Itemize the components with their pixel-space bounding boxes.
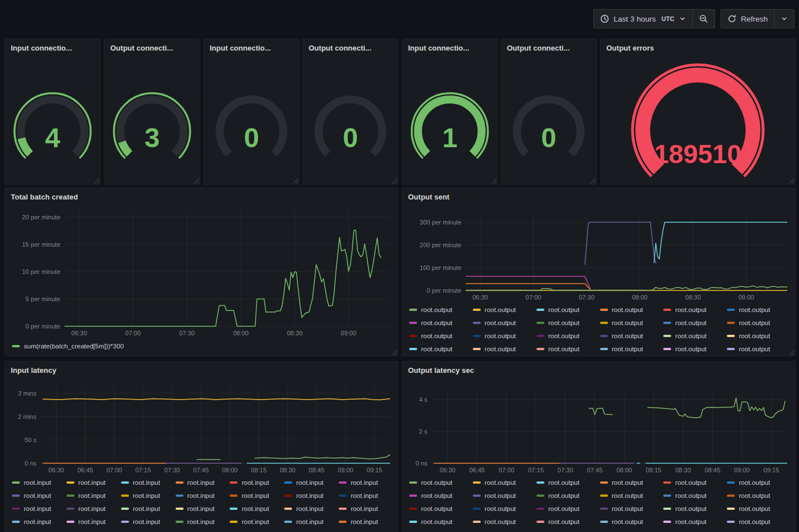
- legend-item[interactable]: root.output: [536, 316, 600, 329]
- legend-item[interactable]: root.output: [663, 502, 727, 515]
- panel-title[interactable]: Input latency: [5, 361, 398, 379]
- legend-item[interactable]: root.output: [409, 316, 473, 329]
- legend-item[interactable]: root.output: [409, 502, 473, 515]
- plot-area[interactable]: 0 ns2 s4 s06:3006:4507:0007:1507:3007:45…: [407, 379, 790, 476]
- plot-area[interactable]: 0 per minute5 per minute10 per minute15 …: [10, 205, 393, 339]
- legend-item[interactable]: root.output: [727, 342, 790, 355]
- legend-item[interactable]: root.output: [536, 489, 600, 502]
- legend-item[interactable]: root.input: [176, 515, 230, 528]
- legend-item[interactable]: root.output: [600, 316, 664, 329]
- plot-area[interactable]: 0 ns50 s2 mins3 mins06:3006:4507:0007:15…: [10, 379, 393, 476]
- legend-item[interactable]: root.output: [473, 489, 536, 502]
- legend-item[interactable]: root.output: [663, 489, 727, 502]
- panel-title[interactable]: Output sent: [402, 188, 795, 205]
- legend-item[interactable]: root.output: [473, 342, 536, 355]
- legend-series-dash: [284, 508, 292, 510]
- legend-item[interactable]: root.output: [600, 303, 664, 316]
- legend-item[interactable]: sum(rate(batch_created[5m]))*300: [12, 339, 393, 354]
- legend-item[interactable]: root.output: [473, 303, 536, 316]
- legend-item[interactable]: root.output: [663, 515, 727, 528]
- legend-item[interactable]: root.output: [727, 515, 790, 528]
- legend-item[interactable]: root.output: [473, 515, 536, 528]
- legend-item[interactable]: root.output: [473, 476, 536, 489]
- legend-item[interactable]: root.output: [409, 489, 473, 502]
- refresh-interval-button[interactable]: [774, 10, 794, 28]
- legend-item[interactable]: root.input: [121, 502, 176, 515]
- panel-title[interactable]: Output latency sec: [402, 361, 795, 379]
- legend-item[interactable]: root.input: [230, 502, 284, 515]
- legend-series-dash: [727, 348, 735, 350]
- legend-item[interactable]: root.input: [12, 515, 66, 528]
- legend-item[interactable]: root.input: [176, 476, 230, 489]
- legend-item[interactable]: root.output: [536, 342, 600, 355]
- legend-item[interactable]: root.input: [121, 489, 176, 502]
- legend-item[interactable]: root.input: [66, 515, 121, 528]
- legend-item[interactable]: root.input: [12, 476, 66, 489]
- legend-item[interactable]: root.output: [409, 329, 473, 342]
- legend-item[interactable]: root.output: [409, 342, 473, 355]
- legend-item[interactable]: root.output: [536, 515, 600, 528]
- legend-item[interactable]: root.output: [600, 515, 664, 528]
- legend-item[interactable]: root.output: [727, 303, 790, 316]
- legend-item[interactable]: root.output: [473, 316, 536, 329]
- gauge: 189510: [605, 55, 790, 181]
- legend-item[interactable]: root.output: [536, 303, 600, 316]
- legend-item[interactable]: root.output: [600, 329, 664, 342]
- legend-item[interactable]: root.output: [600, 502, 664, 515]
- plot-area[interactable]: 0 per minute100 per minute200 per minute…: [407, 205, 790, 303]
- legend-item[interactable]: root.output: [409, 515, 473, 528]
- legend-item[interactable]: root.output: [727, 489, 790, 502]
- panel-title[interactable]: Output errors: [601, 39, 795, 56]
- panel-title[interactable]: Total batch created: [5, 188, 398, 205]
- legend-item[interactable]: root.output: [600, 342, 664, 355]
- legend-item[interactable]: root.input: [339, 515, 393, 528]
- legend-item[interactable]: root.output: [409, 476, 473, 489]
- legend-item[interactable]: root.output: [727, 502, 790, 515]
- legend-item[interactable]: root.input: [230, 489, 284, 502]
- legend-item[interactable]: root.output: [473, 329, 536, 342]
- panel-title[interactable]: Input connectio...: [402, 39, 497, 56]
- legend-item[interactable]: root.output: [600, 476, 664, 489]
- legend-item[interactable]: root.input: [12, 489, 66, 502]
- legend-item[interactable]: root.input: [121, 476, 176, 489]
- legend-item[interactable]: root.input: [230, 515, 284, 528]
- legend-item[interactable]: root.input: [176, 489, 230, 502]
- legend-item[interactable]: root.input: [339, 502, 393, 515]
- legend-item[interactable]: root.output: [727, 476, 790, 489]
- legend-item[interactable]: root.output: [663, 342, 727, 355]
- legend-item[interactable]: root.input: [284, 502, 339, 515]
- legend-item[interactable]: root.input: [121, 515, 176, 528]
- legend-item[interactable]: root.input: [284, 476, 339, 489]
- legend-item[interactable]: root.output: [536, 329, 600, 342]
- panel-title[interactable]: Output connecti...: [105, 39, 199, 56]
- legend-item[interactable]: root.input: [339, 476, 393, 489]
- panel-title[interactable]: Input connectio...: [204, 39, 299, 56]
- legend-item[interactable]: root.input: [339, 489, 393, 502]
- legend-item[interactable]: root.output: [536, 476, 600, 489]
- legend-item[interactable]: root.input: [66, 489, 121, 502]
- panel-title[interactable]: Input connectio...: [5, 39, 100, 56]
- legend-item[interactable]: root.input: [230, 476, 284, 489]
- legend-item[interactable]: root.input: [66, 476, 121, 489]
- legend-item[interactable]: root.output: [600, 489, 664, 502]
- legend-item[interactable]: root.input: [284, 515, 339, 528]
- legend-item[interactable]: root.output: [727, 329, 790, 342]
- legend-item[interactable]: root.output: [536, 502, 600, 515]
- time-range-button[interactable]: Last 3 hours UTC: [594, 10, 692, 28]
- refresh-button[interactable]: Refresh: [721, 10, 774, 28]
- legend-item[interactable]: root.input: [12, 502, 66, 515]
- legend-item[interactable]: root.output: [409, 303, 473, 316]
- panel-title[interactable]: Output connecti...: [303, 39, 398, 56]
- legend-item[interactable]: root.input: [66, 502, 121, 515]
- legend-item[interactable]: root.output: [727, 316, 790, 329]
- panel-title[interactable]: Output connecti...: [501, 39, 596, 56]
- legend-item[interactable]: root.input: [176, 502, 230, 515]
- legend-item[interactable]: root.output: [663, 303, 727, 316]
- legend-series-label: root.output: [548, 492, 580, 499]
- legend-item[interactable]: root.input: [284, 489, 339, 502]
- legend-item[interactable]: root.output: [663, 476, 727, 489]
- zoom-out-button[interactable]: [692, 10, 714, 28]
- legend-item[interactable]: root.output: [473, 502, 536, 515]
- legend-item[interactable]: root.output: [663, 329, 727, 342]
- legend-item[interactable]: root.output: [663, 316, 727, 329]
